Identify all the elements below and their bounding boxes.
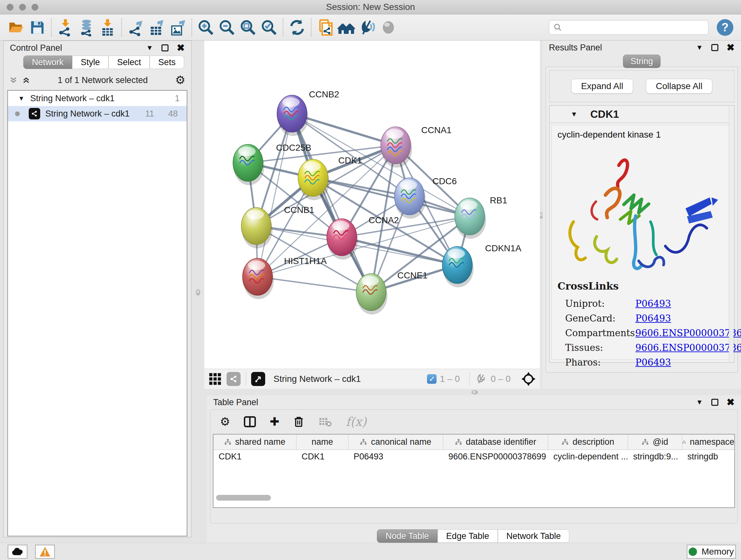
network-node-HIST1H1A[interactable]: HIST1H1A: [243, 256, 327, 299]
tab-select[interactable]: Select: [109, 56, 150, 69]
column-header[interactable]: canonical name: [348, 435, 443, 449]
export-image-icon[interactable]: [167, 18, 188, 37]
network-node-CCNB2[interactable]: CCNB2: [277, 89, 339, 136]
network-node-CDC6[interactable]: CDC6: [394, 176, 457, 219]
network-edge[interactable]: [258, 114, 292, 277]
network-options-gear-icon[interactable]: ⚙: [175, 73, 185, 87]
birds-eye-view-icon[interactable]: [251, 372, 265, 386]
horizontal-splitter-grip[interactable]: [472, 390, 478, 394]
import-table-icon[interactable]: [97, 18, 118, 37]
tab-style[interactable]: Style: [72, 56, 109, 69]
float-panel-icon[interactable]: ▼: [696, 398, 703, 407]
maximize-panel-icon[interactable]: [711, 399, 718, 406]
warning-status-button[interactable]: [35, 545, 55, 559]
collapse-entry-icon[interactable]: ▼: [570, 110, 578, 118]
tab-network[interactable]: Network: [23, 56, 72, 69]
network-node-RB1[interactable]: RB1: [455, 195, 507, 239]
fit-content-crosshair-icon[interactable]: [521, 371, 536, 387]
string-results-box: Expand All Collapse All ▼ CDK1 cyclin-de…: [546, 67, 738, 373]
node-label-CCNA1: CCNA1: [421, 125, 452, 135]
show-graphics-details-icon[interactable]: [378, 18, 399, 37]
network-edge[interactable]: [258, 277, 371, 292]
apply-layout-icon[interactable]: [286, 18, 308, 37]
column-header[interactable]: namespace: [682, 435, 734, 449]
tab-node-table[interactable]: Node Table: [377, 530, 437, 543]
zoom-in-icon[interactable]: [195, 18, 216, 37]
expand-all-icon[interactable]: [22, 76, 30, 84]
expand-all-button[interactable]: Expand All: [571, 79, 633, 94]
clone-network-icon[interactable]: [315, 18, 336, 37]
table-toolbar: ⚙ ✚ f(x): [210, 410, 738, 434]
tab-edge-table[interactable]: Edge Table: [437, 530, 498, 543]
network-node-CDKN1A[interactable]: CDKN1A: [442, 243, 522, 287]
hide-glass-style-icon[interactable]: [357, 18, 378, 37]
tab-sets[interactable]: Sets: [150, 56, 184, 69]
column-header[interactable]: @id: [628, 435, 682, 449]
hidden-elements-icon[interactable]: [475, 373, 488, 385]
network-status-dot: [15, 111, 20, 116]
function-builder-icon: f(x): [346, 415, 366, 429]
crosslink-link[interactable]: P06493: [635, 357, 731, 368]
protein-structure-image: [561, 144, 727, 278]
table-tabs: Node Table Edge Table Network Table: [377, 530, 741, 543]
string-home-icon[interactable]: [336, 18, 357, 37]
close-panel-icon[interactable]: ✖: [177, 44, 185, 51]
column-type-icon: [455, 439, 462, 446]
open-session-icon[interactable]: [6, 18, 27, 37]
collapse-all-button[interactable]: Collapse All: [646, 79, 712, 94]
zoom-fit-icon[interactable]: [238, 18, 259, 37]
column-type-icon: [360, 439, 367, 446]
collapse-all-icon[interactable]: [9, 76, 17, 84]
network-row[interactable]: String Network – cdk1 11 48: [8, 106, 187, 121]
search-input[interactable]: [566, 22, 704, 32]
cloud-status-button[interactable]: [8, 545, 27, 559]
column-header[interactable]: database identifier: [443, 435, 548, 449]
create-column-icon[interactable]: ✚: [270, 415, 279, 428]
maximize-panel-icon[interactable]: [711, 44, 718, 51]
crosslink-link[interactable]: 9606.ENSP00000378699: [635, 327, 741, 338]
memory-button[interactable]: Memory: [687, 545, 736, 559]
import-database-icon[interactable]: [76, 18, 97, 37]
crosslink-link[interactable]: 9606.ENSP00000378699: [635, 342, 741, 353]
grid-view-icon[interactable]: [208, 372, 222, 386]
import-network-icon[interactable]: [55, 18, 76, 37]
export-network-icon[interactable]: [125, 18, 146, 37]
help-button[interactable]: ?: [717, 19, 733, 36]
network-node-CCNA1[interactable]: CCNA1: [381, 125, 452, 168]
results-scrollbar[interactable]: [729, 106, 733, 362]
scrollbar-thumb[interactable]: [216, 495, 271, 501]
table-options-gear-icon[interactable]: ⚙: [220, 415, 230, 428]
show-columns-icon[interactable]: [244, 415, 256, 428]
column-header[interactable]: shared name: [213, 435, 296, 449]
zoom-selected-icon[interactable]: [259, 18, 280, 37]
float-panel-icon[interactable]: ▼: [146, 44, 153, 52]
network-collection-row[interactable]: ▼ String Network – cdk1 1: [8, 91, 187, 106]
tab-network-table[interactable]: Network Table: [498, 530, 569, 543]
float-panel-icon[interactable]: ▼: [696, 44, 703, 52]
left-splitter-grip[interactable]: [196, 289, 200, 295]
node-label-CCNA2: CCNA2: [368, 215, 399, 225]
column-header[interactable]: name: [296, 435, 348, 449]
delete-column-icon[interactable]: [293, 415, 305, 428]
selected-nodes-checkbox[interactable]: ✓: [427, 374, 436, 384]
table-row[interactable]: CDK1 CDK1 P06493 9606.ENSP00000378699 cy…: [213, 450, 734, 463]
zoom-out-icon[interactable]: [216, 18, 238, 37]
crosslink-row: Pharos: P06493: [557, 355, 731, 370]
crosslinks-section: CrossLinks Uniprot: P06493 GeneCard: P06…: [557, 280, 731, 370]
column-header[interactable]: description: [548, 435, 628, 449]
column-type-icon: [224, 439, 231, 446]
collapse-arrow-icon[interactable]: ▼: [18, 95, 24, 102]
network-node-CDK1[interactable]: CDK1: [298, 155, 362, 200]
maximize-panel-icon[interactable]: [161, 44, 169, 51]
network-share-view-icon[interactable]: [226, 372, 241, 386]
save-session-icon[interactable]: [27, 18, 48, 37]
crosslink-link[interactable]: P06493: [635, 298, 731, 309]
close-panel-icon[interactable]: ✖: [727, 44, 735, 51]
network-canvas[interactable]: CCNB2CCNA1CDC25BCDK1CDC6RB1CCNB1CCNA2CDK…: [204, 41, 540, 369]
results-panel-title: Results Panel: [549, 43, 602, 53]
export-table-icon[interactable]: [146, 18, 167, 37]
network-node-CCNA2[interactable]: CCNA2: [327, 215, 399, 260]
crosslink-link[interactable]: P06493: [635, 313, 731, 324]
close-panel-icon[interactable]: ✖: [727, 399, 735, 406]
tab-string[interactable]: String: [623, 55, 661, 68]
